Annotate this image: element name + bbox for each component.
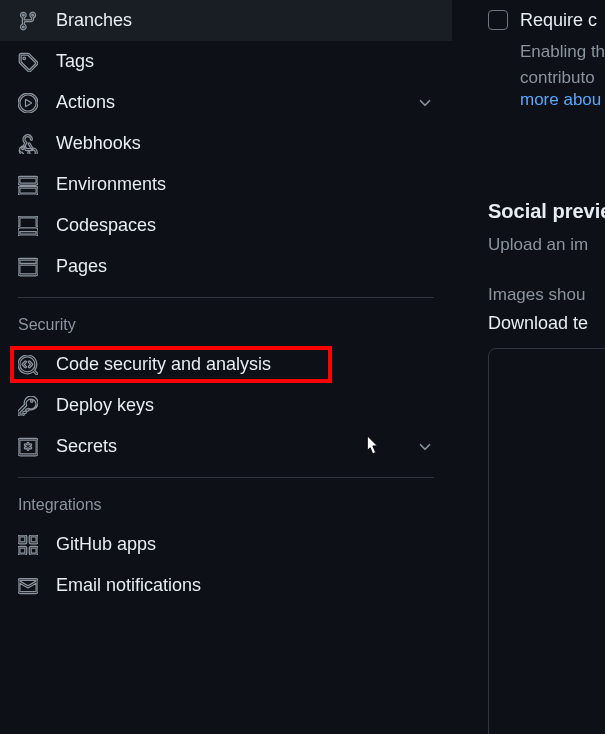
apps-icon: [18, 535, 38, 555]
sidebar-item-secrets[interactable]: Secrets: [0, 426, 452, 467]
upload-text: Upload an im: [488, 235, 605, 255]
preview-box: [488, 348, 605, 734]
checkbox-label: Require c: [520, 10, 597, 31]
chevron-down-icon: [416, 438, 434, 456]
webhook-icon: [18, 134, 38, 154]
code-scan-icon: [18, 355, 38, 375]
sidebar-item-branches[interactable]: Branches: [0, 0, 452, 41]
branch-icon: [18, 11, 38, 31]
sidebar-item-label: GitHub apps: [56, 534, 434, 555]
sidebar-item-environments[interactable]: Environments: [0, 164, 452, 205]
download-template-link[interactable]: Download te: [488, 313, 605, 334]
sidebar-item-label: Webhooks: [56, 133, 434, 154]
social-preview-title: Social previe: [488, 200, 605, 223]
chevron-down-icon: [416, 94, 434, 112]
sidebar-item-email-notifications[interactable]: Email notifications: [0, 565, 452, 606]
sidebar-item-label: Environments: [56, 174, 434, 195]
browser-icon: [18, 257, 38, 277]
sidebar-item-webhooks[interactable]: Webhooks: [0, 123, 452, 164]
learn-more-link[interactable]: more abou: [520, 90, 605, 110]
sidebar-item-pages[interactable]: Pages: [0, 246, 452, 287]
sidebar-item-deploy-keys[interactable]: Deploy keys: [0, 385, 452, 426]
sidebar-item-actions[interactable]: Actions: [0, 82, 452, 123]
sidebar-item-code-security[interactable]: Code security and analysis: [0, 344, 452, 385]
require-checkbox-row[interactable]: Require c: [488, 10, 605, 31]
key-icon: [18, 396, 38, 416]
sidebar-item-label: Tags: [56, 51, 434, 72]
asterisk-icon: [18, 437, 38, 457]
sidebar-item-label: Pages: [56, 256, 434, 277]
sidebar-item-codespaces[interactable]: Codespaces: [0, 205, 452, 246]
section-header-integrations: Integrations: [0, 478, 452, 524]
checkbox[interactable]: [488, 10, 508, 30]
description-text: Enabling th: [520, 39, 605, 65]
description-text: contributo: [520, 65, 605, 91]
tag-icon: [18, 52, 38, 72]
section-header-security: Security: [0, 298, 452, 344]
server-icon: [18, 175, 38, 195]
sidebar-item-label: Branches: [56, 10, 434, 31]
sidebar-item-label: Email notifications: [56, 575, 434, 596]
sidebar-item-tags[interactable]: Tags: [0, 41, 452, 82]
codespaces-icon: [18, 216, 38, 236]
sidebar-item-label: Codespaces: [56, 215, 434, 236]
mail-icon: [18, 576, 38, 596]
sidebar-item-github-apps[interactable]: GitHub apps: [0, 524, 452, 565]
sidebar-item-label: Code security and analysis: [56, 354, 434, 375]
sidebar-item-label: Actions: [56, 92, 416, 113]
sidebar-item-label: Secrets: [56, 436, 416, 457]
images-text: Images shou: [488, 285, 605, 305]
play-circle-icon: [18, 93, 38, 113]
sidebar-item-label: Deploy keys: [56, 395, 434, 416]
